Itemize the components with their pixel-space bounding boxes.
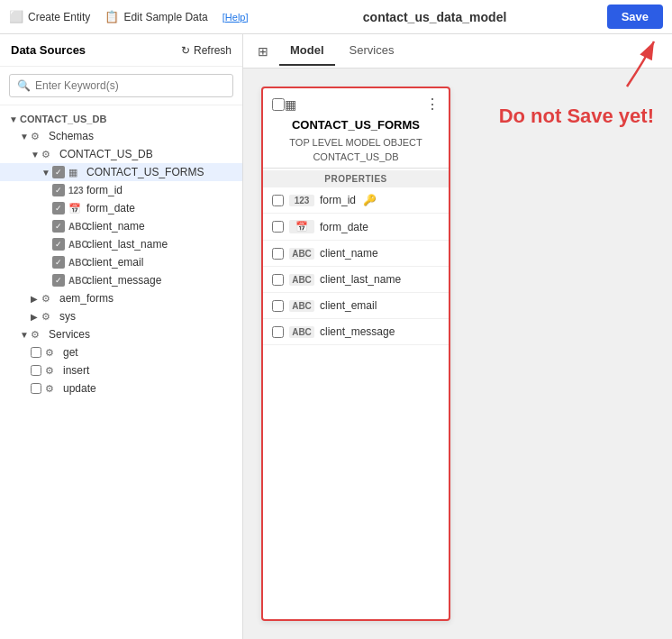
calendar-icon: 📅 — [68, 203, 83, 215]
sidebar-item-sys[interactable]: ▶ ⚙ sys — [0, 307, 242, 325]
prop-checkbox-form-id[interactable] — [272, 195, 284, 206]
edit-sample-btn[interactable]: 📋 Edit Sample Data — [104, 10, 207, 23]
refresh-label: Refresh — [194, 44, 232, 57]
prop-checkbox-client-email[interactable] — [272, 300, 284, 312]
services-icon: ⚙ — [31, 329, 45, 341]
text-type-icon: ABC — [289, 274, 314, 286]
checked-icon — [52, 274, 65, 287]
prop-name-client-name: client_name — [320, 247, 378, 260]
prop-row-client-last-name: ABC client_last_name — [263, 267, 449, 293]
refresh-icon: ↻ — [181, 44, 190, 57]
prop-checkbox-client-name[interactable] — [272, 248, 284, 260]
tab-services[interactable]: Services — [339, 36, 405, 66]
prop-checkbox-form-date[interactable] — [272, 221, 284, 233]
tab-model[interactable]: Model — [279, 36, 335, 66]
sidebar-item-contact-us-forms[interactable]: ▼ ▦ CONTACT_US_FORMS — [0, 163, 242, 181]
service-icon: ⚙ — [45, 365, 59, 377]
prop-checkbox-client-message[interactable] — [272, 326, 284, 338]
card-select-checkbox[interactable] — [272, 98, 285, 111]
refresh-button[interactable]: ↻ Refresh — [181, 44, 232, 57]
text-type-icon: ABC — [289, 300, 314, 312]
sidebar-item-contact-us-db-2[interactable]: ▼ ⚙ CONTACT_US_DB — [0, 145, 242, 163]
annotation-text: Do not Save yet! — [499, 105, 654, 128]
sidebar-item-insert[interactable]: ⚙ insert — [0, 361, 242, 379]
table-icon: ▦ — [285, 97, 296, 112]
save-button[interactable]: Save — [607, 5, 663, 29]
calendar-type-icon: 📅 — [289, 220, 314, 233]
checked-icon — [52, 202, 65, 215]
text-icon: ABC — [68, 258, 83, 268]
insert-checkbox[interactable] — [31, 365, 41, 376]
table-icon: ▦ — [68, 167, 83, 178]
sidebar-item-aem-forms[interactable]: ▶ ⚙ aem_forms — [0, 289, 242, 307]
sidebar-title: Data Sources — [11, 43, 86, 57]
database-icon: ⚙ — [41, 149, 56, 160]
arrow-svg — [555, 32, 663, 96]
expand-icon[interactable]: ⊞ — [258, 44, 268, 59]
main-layout: Data Sources ↻ Refresh 🔍 ▼ CONTACT_US_DB… — [0, 34, 672, 639]
checked-icon — [52, 166, 65, 178]
checked-icon — [52, 238, 65, 251]
sidebar-item-contact-us-db[interactable]: ▼ CONTACT_US_DB — [0, 111, 242, 127]
chevron-down-icon: ▼ — [41, 168, 52, 178]
content-area: ⊞ Model Services ▦ ⋮ CONTACT_US_FORMS TO… — [243, 34, 672, 639]
page-title: contact_us_data_model — [263, 10, 607, 24]
sidebar-item-client-name[interactable]: ABC client_name — [0, 217, 242, 235]
annotation-group: Do not Save yet! — [499, 78, 654, 101]
schema-icon: ⚙ — [41, 293, 56, 305]
schema-icon: ⚙ — [41, 311, 56, 323]
sidebar-content: ▼ CONTACT_US_DB ▼ ⚙ Schemas ▼ ⚙ CONTACT_… — [0, 105, 242, 639]
create-entity-label: Create Entity — [28, 11, 90, 23]
sidebar-item-get[interactable]: ⚙ get — [0, 343, 242, 361]
prop-row-form-id: 123 form_id 🔑 — [263, 187, 449, 214]
help-icon: [Help] — [222, 12, 249, 23]
prop-name-client-last-name: client_last_name — [320, 273, 401, 286]
text-type-icon: ABC — [289, 326, 314, 338]
card-header: ▦ ⋮ — [263, 88, 449, 116]
checked-icon — [52, 184, 65, 196]
card-menu-icon[interactable]: ⋮ — [425, 96, 440, 113]
schema-icon: ⚙ — [31, 131, 45, 142]
chevron-down-icon: ▼ — [31, 150, 41, 160]
text-icon: ABC — [68, 240, 83, 250]
text-icon: ABC — [68, 276, 83, 286]
prop-row-form-date: 📅 form_date — [263, 214, 449, 241]
sidebar-item-form-date[interactable]: 📅 form_date — [0, 199, 242, 217]
prop-name-form-id: form_id — [320, 194, 356, 206]
create-entity-icon: ⬜ — [9, 10, 23, 23]
number-type-icon: 123 — [289, 195, 314, 206]
key-icon: 🔑 — [363, 194, 377, 206]
service-icon: ⚙ — [45, 347, 59, 359]
text-type-icon: ABC — [289, 248, 314, 260]
sidebar-item-update[interactable]: ⚙ update — [0, 379, 242, 397]
search-icon: 🔍 — [17, 79, 31, 92]
create-entity-btn[interactable]: ⬜ Create Entity — [9, 10, 90, 23]
sidebar-item-client-message[interactable]: ABC client_message — [0, 271, 242, 289]
sidebar: Data Sources ↻ Refresh 🔍 ▼ CONTACT_US_DB… — [0, 34, 243, 639]
sidebar-item-client-last-name[interactable]: ABC client_last_name — [0, 235, 242, 253]
sidebar-item-schemas[interactable]: ▼ ⚙ Schemas — [0, 127, 242, 145]
sidebar-item-client-email[interactable]: ABC client_email — [0, 253, 242, 271]
sidebar-item-services[interactable]: ▼ ⚙ Services — [0, 325, 242, 343]
checked-icon — [52, 256, 65, 269]
card-subtitle: TOP LEVEL MODEL OBJECT — [263, 135, 449, 150]
card-db: CONTACT_US_DB — [263, 150, 449, 168]
chevron-right-icon: ▶ — [31, 312, 41, 322]
prop-checkbox-client-last-name[interactable] — [272, 274, 284, 286]
chevron-down-icon: ▼ — [20, 132, 31, 141]
search-input[interactable] — [35, 79, 225, 92]
search-container: 🔍 — [9, 74, 233, 97]
sidebar-item-form-id[interactable]: 123 form_id — [0, 181, 242, 199]
update-checkbox[interactable] — [31, 383, 41, 394]
get-checkbox[interactable] — [31, 347, 41, 358]
help-link[interactable]: [Help] — [222, 12, 249, 23]
prop-name-client-email: client_email — [320, 299, 377, 312]
edit-sample-icon: 📋 — [104, 10, 119, 23]
prop-name-client-message: client_message — [320, 325, 395, 338]
text-icon: ABC — [68, 222, 83, 232]
card-title: CONTACT_US_FORMS — [263, 116, 449, 135]
chevron-down-icon: ▼ — [9, 114, 20, 124]
sidebar-header: Data Sources ↻ Refresh — [0, 34, 242, 67]
content-body: ▦ ⋮ CONTACT_US_FORMS TOP LEVEL MODEL OBJ… — [243, 68, 672, 639]
checked-icon — [52, 220, 65, 233]
